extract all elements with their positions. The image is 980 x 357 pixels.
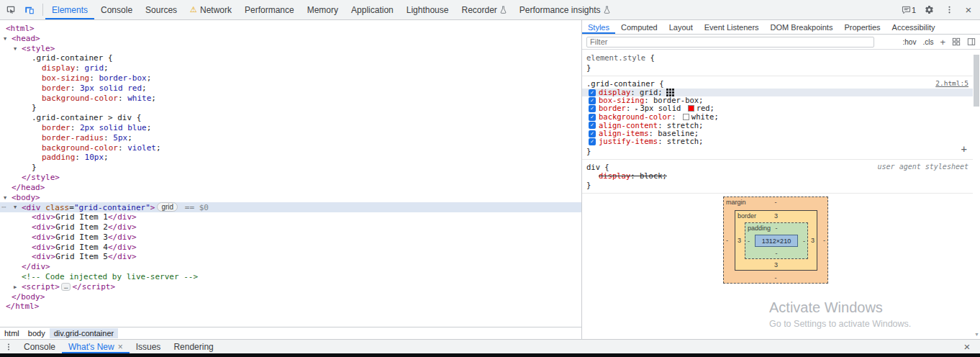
tree-node-body[interactable]: ▼<body> <box>0 193 581 203</box>
tree-node-html[interactable]: <html> <box>0 24 581 34</box>
close-devtools-icon[interactable]: × <box>960 1 977 19</box>
drawer-tab-issues[interactable]: Issues <box>130 340 168 353</box>
css-text-line[interactable]: display: grid; <box>0 63 581 73</box>
tab-network[interactable]: ⚠Network <box>183 0 238 19</box>
tree-node-script[interactable]: ▶<script>…</script> <box>0 282 581 292</box>
property-checkbox[interactable]: ✓ <box>589 114 596 121</box>
css-overview-icon[interactable] <box>952 37 961 46</box>
color-swatch[interactable] <box>683 114 689 120</box>
drawer-tab-console[interactable]: Console <box>17 340 62 353</box>
tree-node-grid-item-1[interactable]: <div>Grid Item 1</div> <box>0 212 581 222</box>
box-model-padding[interactable]: padding - - - - 1312×210 <box>745 222 808 259</box>
new-style-rule-button[interactable]: + <box>961 145 967 153</box>
scrollbar[interactable]: ▼ <box>973 50 980 339</box>
tree-node-head[interactable]: ▼<head> <box>0 34 581 44</box>
collapse-arrow-icon[interactable]: ▼ <box>4 194 6 202</box>
sidebar-tab-event-listeners[interactable]: Event Listeners <box>699 20 765 34</box>
css-property-display[interactable]: display: block; <box>582 172 973 180</box>
tree-node-grid-item-3[interactable]: <div>Grid Item 3</div> <box>0 232 581 243</box>
collapse-arrow-icon[interactable]: ▼ <box>14 45 17 53</box>
console-messages-indicator[interactable]: 1 <box>899 1 918 19</box>
sidebar-tab-properties[interactable]: Properties <box>838 20 886 34</box>
drawer-more-icon[interactable] <box>0 340 17 353</box>
close-drawer-icon[interactable]: × <box>958 338 976 356</box>
tree-node-comment[interactable]: <!-- Code injected by live-server --> <box>0 272 581 282</box>
css-property-justify-items[interactable]: ✓justify-items: stretch; <box>582 137 973 145</box>
toggle-classes-button[interactable]: .cls <box>922 38 933 46</box>
drawer-tab-rendering[interactable]: Rendering <box>167 340 219 353</box>
tree-node-div-grid-container[interactable]: ▼⋯<div class="grid-container">grid == $0 <box>0 202 581 212</box>
sidebar-tab-accessibility[interactable]: Accessibility <box>886 20 941 34</box>
device-toolbar-icon[interactable] <box>20 1 39 19</box>
close-tab-icon[interactable]: × <box>118 342 123 352</box>
tree-node-head-close[interactable]: </head> <box>0 183 581 193</box>
collapse-arrow-icon[interactable]: ▼ <box>14 203 17 212</box>
box-model-diagram[interactable]: margin - - - - border 3 3 3 3 padding - <box>723 196 828 284</box>
breadcrumb-html[interactable]: html <box>0 328 24 338</box>
toggle-element-state-button[interactable]: :hov <box>903 38 917 46</box>
tab-console[interactable]: Console <box>94 0 139 19</box>
drawer-tab-label: Issues <box>136 342 161 352</box>
expand-arrow-icon[interactable]: ▶ <box>14 283 17 292</box>
breadcrumb-div-grid-container[interactable]: div.grid-container <box>50 328 119 338</box>
sidebar-tab-dom-breakpoints[interactable]: DOM Breakpoints <box>765 20 839 34</box>
css-text-line[interactable]: .grid-container > div { <box>0 113 581 123</box>
sidebar-tab-computed[interactable]: Computed <box>615 20 663 34</box>
sidebar-toggle-icon[interactable] <box>967 37 976 46</box>
tree-node-grid-item-2[interactable]: <div>Grid Item 2</div> <box>0 222 581 232</box>
css-text-line[interactable]: border: 3px solid red; <box>0 83 581 94</box>
inspect-element-icon[interactable] <box>1 1 20 19</box>
css-text-line[interactable]: border: 2px solid blue; <box>0 123 581 133</box>
box-model-border[interactable]: border 3 3 3 3 padding - - - - 1312×21 <box>735 210 817 271</box>
tree-node-div-close[interactable]: </div> <box>0 262 581 272</box>
css-text-line[interactable]: } <box>0 163 581 173</box>
box-model-margin[interactable]: margin - - - - border 3 3 3 3 padding - <box>723 196 828 284</box>
color-swatch[interactable] <box>688 105 694 112</box>
breadcrumb-body[interactable]: body <box>24 328 50 338</box>
collapse-arrow-icon[interactable]: ▼ <box>4 35 6 43</box>
css-text-line[interactable]: } <box>0 103 581 113</box>
tree-node-style[interactable]: ▼<style> <box>0 44 581 54</box>
sidebar-tab-layout[interactable]: Layout <box>663 20 699 34</box>
tab-application[interactable]: Application <box>345 0 400 19</box>
grid-editor-icon[interactable] <box>666 89 674 96</box>
css-text-line[interactable]: background-color: violet; <box>0 143 581 153</box>
tab-sources[interactable]: Sources <box>139 0 183 19</box>
css-text-line[interactable]: border-radius: 5px; <box>0 133 581 143</box>
new-style-rule-toolbar-button[interactable]: + <box>940 37 945 48</box>
tree-node-grid-item-4[interactable]: <div>Grid Item 4</div> <box>0 243 581 253</box>
tab-performance-insights[interactable]: Performance insights <box>513 0 617 19</box>
sidebar-tab-styles[interactable]: Styles <box>582 20 615 34</box>
drawer-tab-what-s-new[interactable]: What's New× <box>62 340 130 353</box>
css-text-line[interactable]: background-color: white; <box>0 94 581 104</box>
tab-performance[interactable]: Performance <box>238 0 301 19</box>
more-options-icon[interactable] <box>940 1 958 19</box>
css-text-line[interactable]: box-sizing: border-box; <box>0 73 581 83</box>
property-checkbox[interactable]: ✓ <box>589 97 596 104</box>
property-checkbox[interactable]: ✓ <box>589 130 596 137</box>
css-text-line[interactable]: padding: 10px; <box>0 153 581 163</box>
expand-shorthand-icon[interactable]: ▸ <box>635 106 639 112</box>
stylesheet-source-link[interactable]: 2.html:5 <box>935 79 968 88</box>
node-menu-icon[interactable]: ⋯ <box>1 202 6 212</box>
tree-node-body-close[interactable]: </body> <box>0 292 581 302</box>
grid-badge[interactable]: grid <box>157 202 178 212</box>
scrollbar-thumb[interactable] <box>974 55 979 107</box>
property-checkbox[interactable]: ✓ <box>589 122 596 129</box>
tree-node-html-close[interactable]: </html> <box>0 302 581 312</box>
box-model-content[interactable]: 1312×210 <box>755 235 798 247</box>
styles-filter-input[interactable] <box>586 37 874 48</box>
collapsed-content-button[interactable]: … <box>61 283 71 291</box>
tree-node-style-close[interactable]: </style> <box>0 173 581 183</box>
settings-gear-icon[interactable] <box>920 1 938 19</box>
css-text-line[interactable]: .grid-container { <box>0 53 581 63</box>
property-checkbox[interactable]: ✓ <box>589 138 596 145</box>
tab-memory[interactable]: Memory <box>301 0 345 19</box>
tab-recorder[interactable]: Recorder <box>455 0 512 19</box>
scrollbar-down-icon[interactable]: ▼ <box>974 332 979 337</box>
tab-elements[interactable]: Elements <box>45 0 94 19</box>
property-checkbox[interactable]: ✓ <box>589 89 596 96</box>
property-checkbox[interactable]: ✓ <box>589 105 596 112</box>
tab-lighthouse[interactable]: Lighthouse <box>400 0 455 19</box>
tree-node-grid-item-5[interactable]: <div>Grid Item 5</div> <box>0 252 581 262</box>
